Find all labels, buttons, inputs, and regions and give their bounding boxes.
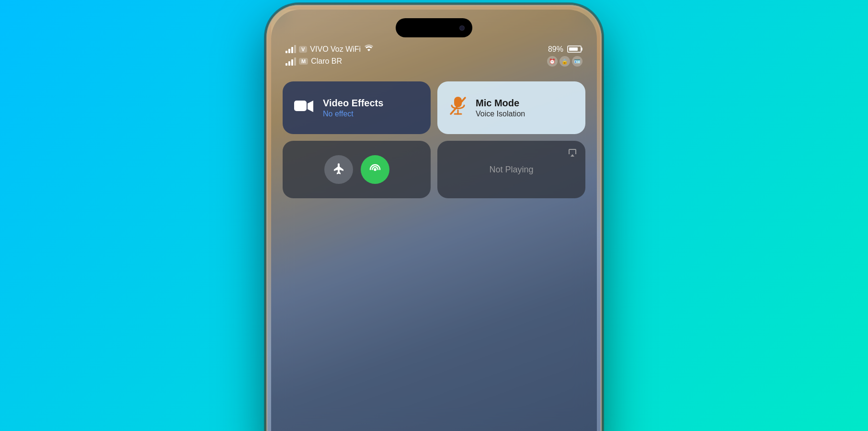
airplane-mode-button[interactable]: [324, 155, 353, 184]
airplay-icon: [567, 147, 578, 160]
now-playing-tile[interactable]: Not Playing: [437, 141, 585, 198]
status-left-1: V VIVO Voz WiFi: [286, 44, 374, 54]
mic-mode-tile[interactable]: Mic Mode Voice Isolation: [437, 81, 585, 134]
phone-frame: V VIVO Voz WiFi 89%: [266, 5, 602, 431]
status-bar: V VIVO Voz WiFi 89%: [286, 44, 582, 67]
bar1b: [286, 63, 287, 66]
status-left-2: M Claro BR: [286, 57, 342, 66]
bar4b: [294, 57, 296, 66]
battery-icon: [567, 45, 582, 53]
svg-rect-0: [294, 101, 307, 111]
mic-mode-text: Mic Mode Voice Isolation: [476, 97, 525, 118]
cellular-button[interactable]: [361, 155, 389, 184]
carrier1-badge: V: [299, 46, 307, 53]
dynamic-island: [396, 18, 472, 37]
carrier1-name: VIVO Voz WiFi: [310, 45, 361, 54]
phone-wrapper: V VIVO Voz WiFi 89%: [266, 5, 602, 431]
alarm-icon: ⏰: [547, 56, 558, 67]
phone-screen: V VIVO Voz WiFi 89%: [271, 10, 597, 431]
status-row-1: V VIVO Voz WiFi 89%: [286, 44, 582, 54]
bar3b: [291, 59, 293, 66]
signal-bars-2: [286, 57, 296, 66]
mic-mode-title: Mic Mode: [476, 97, 525, 109]
svg-point-5: [374, 168, 377, 171]
status-right-2: ⏰ 🔒 🪪: [547, 56, 582, 67]
rotation-lock-icon: 🔒: [560, 56, 570, 67]
tiles-row-1: Video Effects No effect: [283, 81, 585, 134]
power-button[interactable]: [601, 106, 602, 154]
video-effects-tile[interactable]: Video Effects No effect: [283, 81, 431, 134]
video-effects-subtitle: No effect: [323, 110, 383, 118]
bar1: [286, 51, 287, 53]
video-effects-text: Video Effects No effect: [323, 97, 383, 118]
mute-button[interactable]: [266, 73, 267, 90]
volume-up-button[interactable]: [266, 102, 267, 132]
tiles-row-2: Not Playing: [283, 141, 585, 198]
wifi-icon: [364, 44, 374, 54]
battery-percentage: 89%: [548, 45, 563, 54]
bar2b: [288, 61, 290, 66]
signal-bars-1: [286, 45, 296, 53]
mic-muted-icon: [449, 96, 467, 120]
status-icons: ⏰ 🔒 🪪: [547, 56, 582, 67]
carrier2-name: Claro BR: [311, 57, 342, 66]
bar2: [288, 49, 290, 53]
id-icon: 🪪: [572, 56, 582, 67]
status-right-1: 89%: [548, 45, 582, 54]
carrier2-badge: M: [299, 58, 308, 65]
video-camera-icon: [294, 98, 314, 118]
controls-tile[interactable]: [283, 141, 431, 198]
camera-dot: [459, 25, 465, 31]
now-playing-label: Not Playing: [489, 165, 533, 175]
screen-blur-overlay: [271, 10, 597, 431]
control-center: Video Effects No effect: [283, 81, 585, 198]
volume-down-button[interactable]: [266, 139, 267, 170]
status-row-2: M Claro BR ⏰ 🔒 🪪: [286, 56, 582, 67]
bar4: [294, 45, 296, 53]
mic-mode-subtitle: Voice Isolation: [476, 110, 525, 118]
video-effects-title: Video Effects: [323, 97, 383, 109]
bar3: [291, 47, 293, 53]
